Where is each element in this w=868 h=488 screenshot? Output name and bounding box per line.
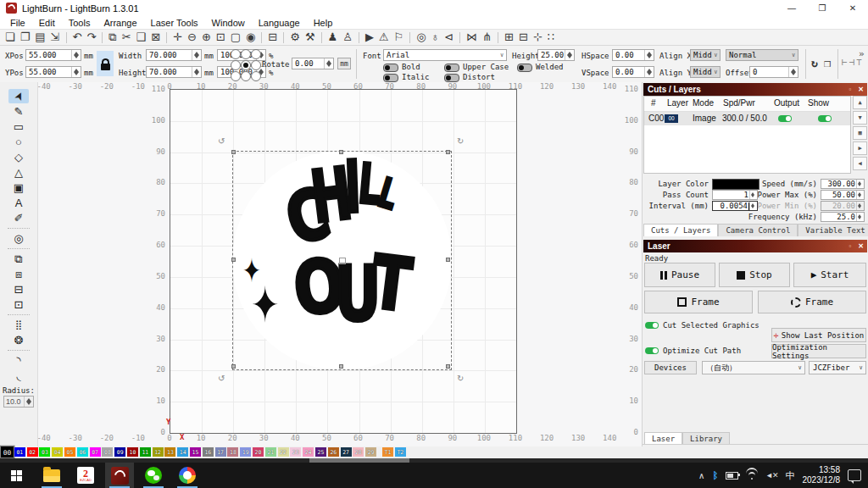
snap-icon[interactable]: ⊹ (531, 30, 545, 45)
frame-circle-button[interactable]: Frame (758, 291, 866, 313)
upper-case-toggle[interactable] (444, 64, 459, 72)
palette-swatch-10[interactable]: 10 (127, 447, 138, 457)
wifi-icon[interactable] (746, 471, 758, 480)
selection-center-marker[interactable] (339, 258, 346, 264)
palette-swatch-15[interactable]: 15 (190, 447, 201, 457)
maximize-button[interactable]: ❐ (807, 0, 837, 16)
show-last-position-button[interactable]: ✛Show Last Position (771, 328, 866, 342)
alarm-icon[interactable]: ⚠ (376, 30, 392, 45)
shape-tool[interactable]: △ (8, 165, 29, 180)
new-file-icon[interactable]: ❏ (3, 30, 18, 45)
weld-tool[interactable]: ⧉ (8, 252, 29, 266)
palette-swatch-20[interactable]: 20 (253, 447, 264, 457)
anchor-cell-3[interactable] (231, 60, 241, 70)
zoom-out-icon[interactable]: ⊖ (185, 30, 199, 45)
tab-camera-control[interactable]: Camera Control (718, 224, 798, 236)
rotate-handle-icon[interactable]: ↻ (457, 374, 464, 383)
anchor-cell-8[interactable] (251, 71, 261, 81)
pause-button[interactable]: Pause (644, 263, 715, 287)
palette-swatch-05[interactable]: 05 (64, 447, 75, 457)
layer-show-toggle[interactable] (818, 115, 832, 122)
test-fire-icon[interactable]: ⊲ (442, 30, 456, 45)
menu-laser-tools[interactable]: Laser Tools (144, 18, 205, 28)
paste-icon[interactable]: ❑ (134, 30, 149, 45)
palette-swatch-03[interactable]: 03 (39, 447, 50, 457)
rotate-handle-icon[interactable]: ↺ (218, 136, 225, 146)
selection-handle[interactable] (446, 150, 450, 154)
redo-icon[interactable]: ↷ (84, 30, 98, 45)
corner-tool[interactable]: ◟ (8, 369, 29, 383)
copy-icon[interactable]: ⧉ (106, 30, 119, 45)
palette-swatch-24[interactable]: 24 (303, 447, 314, 457)
port-combo[interactable]: （自动）∨ (702, 361, 805, 374)
variable-text-db-icon[interactable]: ❒ (824, 57, 831, 69)
offset-field[interactable]: 0 (749, 66, 798, 78)
text-tool[interactable]: A (8, 196, 29, 210)
radius-field[interactable]: 10.0 (3, 396, 34, 408)
users-icon[interactable]: ♟ (326, 30, 341, 45)
rotate-field[interactable]: 0.00 (292, 58, 334, 69)
power-min-field[interactable]: 20.00 (821, 201, 865, 211)
devices-button[interactable]: Devices (644, 361, 697, 374)
palette-swatch-09[interactable]: 09 (114, 447, 125, 457)
cut-selected-toggle[interactable] (645, 322, 659, 329)
focus-target-icon[interactable]: ◎ (414, 30, 428, 45)
palette-swatch-12[interactable]: 12 (153, 447, 164, 457)
anchor-cell-6[interactable] (231, 71, 241, 81)
selection-handle[interactable] (231, 258, 236, 262)
optimization-settings-button[interactable]: Optimization Settings (771, 344, 866, 358)
user-icon[interactable]: ♙ (340, 30, 355, 45)
align-center-icon[interactable]: ⊣ (849, 57, 855, 68)
frame-selection-icon[interactable]: ▢ (228, 30, 243, 45)
anchor-cell-5[interactable] (251, 60, 261, 70)
menu-tools[interactable]: Tools (62, 18, 97, 28)
palette-swatch-14[interactable]: 14 (177, 447, 188, 457)
palette-swatch-01[interactable]: 01 (14, 447, 25, 457)
edit-canvas[interactable]: Y X CHILL OUT ✦ ✦ ↺ ↻ ↺ ↻ -40-40-30-30-2… (38, 82, 642, 446)
minimize-button[interactable]: — (776, 0, 807, 16)
anchor-cell-0[interactable] (231, 49, 241, 59)
palette-swatch-06[interactable]: 06 (77, 447, 88, 457)
power-max-field[interactable]: 50.00 (821, 190, 865, 200)
rotate-handle-icon[interactable]: ↺ (218, 374, 225, 383)
text-style-combo[interactable]: Normal∨ (726, 49, 798, 61)
zoom-in-icon[interactable]: ⊕ (199, 30, 214, 45)
tab-cuts-layers[interactable]: Cuts / Layers (643, 224, 718, 236)
units-button[interactable]: mm (337, 58, 351, 69)
ypos-field[interactable]: 55.000 (25, 66, 81, 78)
boolean-intersect-tool[interactable]: ⊡ (8, 297, 29, 312)
palette-swatch-22[interactable]: 22 (278, 447, 289, 457)
taskbar-lightburn[interactable] (105, 463, 134, 488)
radial-array-tool[interactable]: ❂ (8, 333, 29, 347)
start-button[interactable]: ▶Start (793, 263, 866, 287)
float-panel-icon[interactable]: ▫ (845, 86, 854, 93)
window-layout-icon[interactable]: ⊟ (516, 30, 531, 45)
preview-icon[interactable]: ⊟ (265, 30, 280, 45)
boolean-subtract-tool[interactable]: ⊟ (8, 282, 29, 297)
menu-language[interactable]: Language (252, 18, 307, 28)
palette-swatch-08[interactable]: 08 (102, 447, 113, 457)
select-tool[interactable]: ➤ (8, 89, 29, 103)
open-file-icon[interactable]: ❐ (18, 30, 33, 45)
stop-button[interactable]: Stop (719, 263, 790, 287)
grid-array-tool[interactable]: ⣿ (8, 318, 29, 332)
frequency-field[interactable]: 25.0 (821, 212, 865, 222)
palette-swatch-11[interactable]: 11 (140, 447, 151, 457)
polygon-tool[interactable]: ◇ (8, 150, 29, 164)
vspace-field[interactable]: 0.00 (612, 66, 654, 78)
height-field[interactable]: 70.000 (146, 66, 202, 78)
close-panel-icon[interactable]: ✕ (854, 242, 867, 250)
draw-lines-tool[interactable]: ✎ (8, 104, 29, 119)
selection-handle[interactable] (446, 364, 450, 369)
laser-panel-title[interactable]: Laser ▫ ✕ (643, 240, 867, 252)
move-layer-up-button[interactable]: ▲ (853, 96, 867, 109)
ime-indicator[interactable]: 中 (786, 469, 795, 482)
fillet-tool[interactable]: ◝ (8, 353, 29, 368)
import-icon[interactable]: ⇲ (48, 30, 63, 45)
start-button[interactable] (2, 463, 31, 488)
distort-toggle[interactable] (444, 74, 459, 82)
frame-rect-button[interactable]: Frame (644, 291, 753, 313)
cuts-layers-panel-title[interactable]: Cuts / Layers ▫ ✕ (643, 83, 867, 96)
sync-icon[interactable]: ↻ (811, 57, 818, 69)
delete-layer-button[interactable]: ▦ (853, 126, 867, 140)
